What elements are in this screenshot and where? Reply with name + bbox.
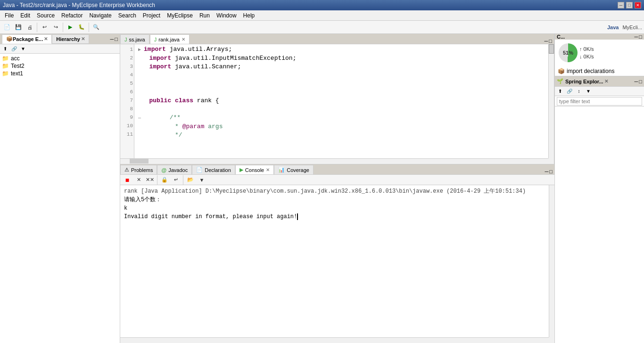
scroll-lock-button[interactable]: 🔒: [159, 175, 170, 185]
terminate-button[interactable]: ■: [122, 175, 132, 185]
left-panel-header: 📦 Package E... ✕ Hierarchy ✕ ─ □: [0, 34, 120, 44]
tab-problems[interactable]: ⚠ Problems: [120, 165, 157, 174]
link-with-editor-button[interactable]: 🔗: [10, 45, 18, 53]
maximize-panel-icon[interactable]: □: [115, 36, 118, 42]
console-output[interactable]: rank [Java Application] D:\Myeclipse\bin…: [120, 185, 549, 337]
menu-help[interactable]: Help: [240, 11, 258, 20]
package-explorer-icon: 📦: [6, 36, 13, 42]
tab-rank-java[interactable]: J rank.java ✕: [150, 34, 190, 44]
tab-declaration[interactable]: 📄 Declaration: [192, 165, 235, 174]
editor-content[interactable]: 1 2 3 4 5 6 7 8 9 10 11 ▶ import java.ut…: [120, 44, 548, 158]
console-sep2: [183, 175, 183, 185]
bottom-panel: ⚠ Problems @ Javadoc 📄 Declaration ▶ Con…: [120, 164, 554, 343]
panel-menu-button[interactable]: ▼: [19, 45, 27, 53]
tab-coverage[interactable]: 📊 Coverage: [274, 165, 314, 174]
undo-button[interactable]: ↩: [39, 22, 50, 33]
editor-scrollbar-v[interactable]: [548, 44, 554, 158]
menu-edit[interactable]: Edit: [17, 11, 33, 20]
save-button[interactable]: 💾: [13, 22, 24, 33]
tab-javadoc[interactable]: @ Javadoc: [157, 165, 192, 174]
menu-window[interactable]: Window: [214, 11, 239, 20]
editor-maximize-icon[interactable]: □: [549, 38, 552, 44]
close-tab-rank[interactable]: ✕: [182, 37, 185, 42]
package-explorer-tree: 📁 acc 📁 Test2 📁 text1: [0, 54, 120, 343]
spring-filter: [555, 96, 644, 106]
spring-toolbar-btn2[interactable]: 🔗: [565, 87, 574, 96]
spring-menu-btn[interactable]: ▼: [584, 87, 593, 96]
spring-icon: 🌱: [557, 78, 563, 84]
window-controls[interactable]: ─ □ ✕: [618, 2, 641, 8]
minimize-panel-icon[interactable]: ─: [110, 36, 114, 42]
run-button[interactable]: ▶: [65, 22, 75, 33]
spring-toolbar-btn1[interactable]: ⬆: [556, 87, 564, 96]
bottom-with-scroll: rank [Java Application] D:\Myeclipse\bin…: [120, 185, 554, 337]
tab-package-explorer[interactable]: 📦 Package E... ✕: [2, 34, 52, 44]
menu-bar: File Edit Source Refactor Navigate Searc…: [0, 10, 644, 21]
ss-java-icon: J: [124, 37, 127, 42]
folder-icon-test2: 📁: [2, 63, 9, 69]
rank-java-icon: J: [154, 37, 157, 42]
left-panel-tabs: 📦 Package E... ✕ Hierarchy ✕: [2, 34, 89, 44]
spring-filter-input[interactable]: [557, 97, 642, 106]
remove-all-button[interactable]: ✕✕: [145, 175, 155, 185]
right-top-minimize[interactable]: ─: [635, 34, 638, 40]
right-top-controls: ─ □: [635, 34, 642, 40]
up-arrow-icon: ↑: [579, 46, 582, 52]
spring-minimize[interactable]: ─: [635, 79, 638, 84]
spring-maximize[interactable]: □: [639, 79, 642, 84]
bottom-maximize-icon[interactable]: □: [549, 169, 553, 174]
search-button[interactable]: 🔍: [91, 22, 101, 33]
close-button[interactable]: ✕: [635, 2, 641, 8]
close-console-tab[interactable]: ✕: [266, 167, 270, 172]
right-top-maximize[interactable]: □: [639, 34, 642, 40]
word-wrap-button[interactable]: ↵: [171, 175, 181, 185]
remove-launch-button[interactable]: ✕: [133, 175, 144, 185]
tab-ss-java[interactable]: J ss.java: [120, 34, 149, 44]
tree-import-declarations[interactable]: 📦 import declarations: [556, 67, 643, 75]
close-hierarchy-icon[interactable]: ✕: [81, 36, 85, 41]
menu-myeclipse[interactable]: MyEclipse: [164, 11, 196, 20]
spring-explorer-panel: 🌱 Spring Explor... ✕ ─ □ ⬆ 🔗 ↕ ▼: [555, 76, 644, 343]
console-scrollbar-v[interactable]: [549, 185, 554, 337]
tree-item-text1[interactable]: 📁 text1: [1, 70, 119, 77]
menu-project[interactable]: Project: [140, 11, 163, 20]
scrollbar-thumb-v[interactable]: [549, 44, 554, 54]
menu-source[interactable]: Source: [34, 11, 58, 20]
menu-file[interactable]: File: [2, 11, 17, 20]
redo-button[interactable]: ↪: [50, 22, 61, 33]
editor-main-area: J ss.java J rank.java ✕ ─ □ 1 2: [120, 34, 554, 343]
tree-item-test2[interactable]: 📁 Test2: [1, 62, 119, 70]
menu-navigate[interactable]: Navigate: [86, 11, 114, 20]
menu-run[interactable]: Run: [197, 11, 213, 20]
editor-scrollbar-h[interactable]: [120, 158, 548, 164]
code-area[interactable]: ▶ import java.util.Arrays; import java.u…: [134, 44, 548, 158]
console-scrollbar-h[interactable]: [120, 337, 549, 343]
spring-sort-btn[interactable]: ↕: [575, 87, 583, 96]
collapse-all-button[interactable]: ⬆: [1, 45, 9, 53]
editor-minimize-icon[interactable]: ─: [545, 38, 548, 44]
console-line2: 请输入5个数：: [124, 196, 545, 204]
panel-header-controls: ─ □: [110, 36, 118, 42]
separator-2: [63, 23, 63, 32]
new-button[interactable]: 📄: [2, 22, 12, 33]
close-spring-icon[interactable]: ✕: [604, 79, 608, 84]
console-hscroll-area: [120, 337, 554, 343]
console-type-button[interactable]: ▼: [197, 175, 207, 185]
tree-item-acc[interactable]: 📁 acc: [1, 55, 119, 62]
separator-3: [89, 23, 89, 32]
debug-button[interactable]: 🐛: [76, 22, 87, 33]
print-button[interactable]: 🖨: [25, 22, 35, 33]
maximize-button[interactable]: □: [626, 2, 633, 8]
menu-refactor[interactable]: Refactor: [58, 11, 85, 20]
tab-hierarchy[interactable]: Hierarchy ✕: [52, 34, 89, 44]
bottom-minimize-icon[interactable]: ─: [545, 169, 549, 174]
menu-search[interactable]: Search: [116, 11, 139, 20]
open-console-button[interactable]: 📂: [185, 175, 196, 185]
perspective-myeclipse[interactable]: MyEcli...: [622, 24, 642, 30]
tab-console[interactable]: ▶ Console ✕: [235, 165, 274, 174]
minimize-button[interactable]: ─: [618, 2, 624, 8]
close-package-icon[interactable]: ✕: [44, 36, 48, 41]
scrollbar-thumb-h[interactable]: [130, 159, 149, 163]
perspective-java[interactable]: Java: [607, 24, 619, 30]
scroll-corner: [548, 158, 554, 164]
